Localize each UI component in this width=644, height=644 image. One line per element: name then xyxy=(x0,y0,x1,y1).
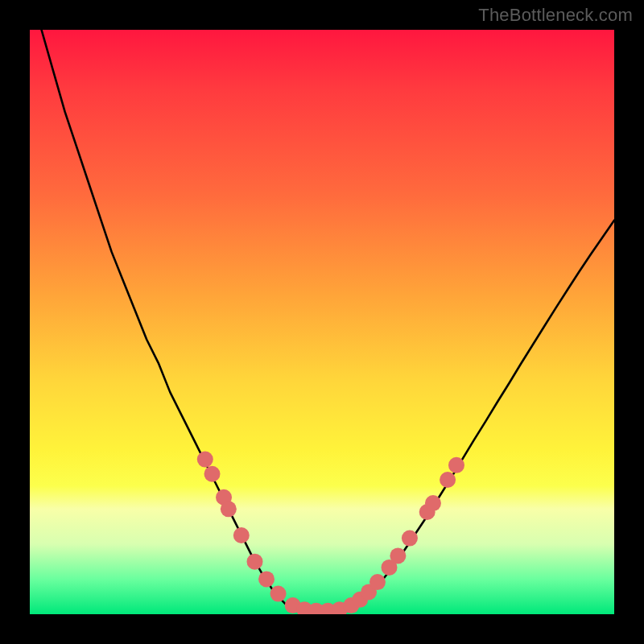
data-marker xyxy=(270,586,287,602)
curve-layer xyxy=(30,30,614,613)
data-marker xyxy=(440,472,456,488)
data-marker xyxy=(204,466,221,482)
data-marker xyxy=(390,547,406,564)
watermark-text: TheBottleneck.com xyxy=(478,5,633,26)
data-marker xyxy=(247,554,263,570)
curve-left-branch xyxy=(30,30,299,611)
data-marker xyxy=(221,501,237,517)
data-marker xyxy=(369,574,386,590)
chart-frame: TheBottleneck.com xyxy=(0,0,644,644)
plot-area xyxy=(30,30,614,614)
data-marker xyxy=(258,571,275,587)
data-marker xyxy=(425,495,441,511)
curve-right-branch xyxy=(345,221,614,612)
data-marker xyxy=(233,527,250,543)
marker-layer xyxy=(197,452,464,614)
data-marker xyxy=(448,457,464,473)
chart-svg xyxy=(30,30,614,614)
data-marker xyxy=(197,452,213,468)
data-marker xyxy=(402,530,418,547)
